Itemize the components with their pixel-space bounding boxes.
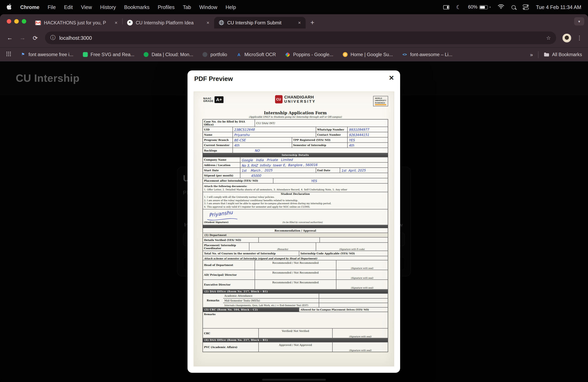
globe-icon [218,19,224,26]
internship-semester-value: 4th [349,143,354,147]
declaration-item: 4. This approval is only valid if I regi… [204,205,387,208]
attach-documents-block: Attach the following documents: 1. Offer… [203,183,388,192]
form-row: CRC Verified/ Not Verified (Signature wi… [203,328,388,338]
bookmark-data-cloud[interactable]: Data | Cloud: Mon... [143,52,193,57]
url-text[interactable]: localhost:3000 [59,35,542,40]
green-square-icon [83,52,88,57]
window-zoom-button[interactable] [22,19,26,24]
student-signature-label: (Student Signature) [204,221,228,224]
new-tab-button[interactable]: + [307,17,318,28]
battery-indicator[interactable]: 60% [468,5,491,10]
end-date-label: End Date [317,169,330,172]
control-center-icon[interactable] [523,5,529,10]
current-semester-value: 4th [234,143,239,147]
spotlight-search-icon[interactable] [512,5,516,9]
menu-view[interactable]: View [81,4,92,10]
browser-toolbar: ← → ⟳ ⓘ localhost:3000 ☆ ⋮ [0,29,588,47]
pdf-preview-modal: PDF Preview ✕ NAAC GRADE A+ CU [188,71,400,373]
back-button[interactable]: ← [4,32,16,44]
tab-cu-intership-active[interactable]: CU Intership Form Submit × [214,17,306,28]
window-close-button[interactable] [7,19,11,24]
bookmark-poppins-google-fonts[interactable]: Poppins - Google... [285,52,333,57]
battery-percent: 60% [468,5,477,10]
bookmark-star-icon[interactable]: ☆ [546,35,551,41]
backlogs-label: Backlogs [204,149,217,152]
signature-seal-hint: (Signature with seal) [349,349,371,351]
site-info-icon[interactable]: ⓘ [50,35,55,41]
coordinator-label: Placement/ Internship Coordinator [204,244,248,250]
backlogs-value: NO [255,149,260,152]
google-fonts-icon [285,52,290,57]
attach-scheme-note: Attach scheme of semester of Internship … [204,257,317,260]
menu-file[interactable]: File [48,4,56,10]
tab-gmail[interactable]: HACKATHONS just for you, P × [31,17,122,28]
window-minimize-button[interactable] [14,19,19,24]
form-row: Internals (Assignments, Quiz, Lab Work, … [223,303,388,307]
forward-button[interactable]: → [17,32,29,44]
menu-tab[interactable]: Tab [183,4,191,10]
menu-history[interactable]: History [100,4,116,10]
browser-menu-kebab-icon[interactable]: ⋮ [575,33,584,43]
contact-value: 9263444151 [349,133,369,137]
orange-circle-icon [342,52,348,57]
modal-close-button[interactable]: ✕ [389,74,394,82]
form-title: Internship Application Form [203,111,388,115]
tab-close-icon[interactable]: × [296,19,303,26]
stipend-label: Stipend (per month) [204,174,233,177]
start-date-label: Start Date [204,169,219,172]
tab-search-chevron-button[interactable]: ▾ [574,17,584,25]
menu-bookmarks[interactable]: Bookmarks [124,4,150,10]
crc-label: CRC [204,332,210,335]
address-value: No 3, RHZ Infinity tower E, Banglore , 5… [241,163,317,167]
menu-clock[interactable]: Tue 4 Feb 11:34 AM [536,4,581,10]
company-value: Google India Private Limited [241,158,293,162]
bookmark-free-svg[interactable]: Free SVG and Rea... [83,52,134,57]
menu-profiles[interactable]: Profiles [158,4,175,10]
reload-button[interactable]: ⟳ [29,32,41,44]
address-bar[interactable]: ⓘ localhost:3000 ☆ [45,32,556,44]
tab-close-icon[interactable]: × [113,19,119,26]
signature-flourish [206,217,239,222]
bookmarks-separator [538,51,539,58]
gmail-icon [35,19,41,26]
menu-window[interactable]: Window [199,4,217,10]
bookmarks-bar: ⚑ font awesome free i... Free SVG and Re… [0,47,588,61]
address-label: Address / Location [204,163,231,166]
uid-label: UID [204,128,210,131]
whatsapp-value: 9931094977 [349,128,369,132]
total-courses-label: Total No. of Courses in the semester of … [204,252,276,255]
bookmark-font-awesome[interactable]: ⚑ font awesome free i... [20,52,73,57]
form-row: Address / Location No 3, RHZ Infinity to… [203,162,388,167]
tab-title: CU Intership Form Submit [227,20,293,25]
daa-office-2-header: (2) DAA Office (Room No. 217, Block – B1… [203,289,388,293]
screen-mirroring-icon[interactable] [443,5,449,9]
code-brackets-icon: <> [402,52,408,57]
tab-close-icon[interactable]: × [205,19,211,26]
daa-office-4-header: (4) DAA Office (Room No. 217, Block – B1… [203,338,388,342]
bookmark-google-sunburst[interactable]: Home | Google Su... [342,52,393,57]
wifi-icon[interactable] [498,4,504,10]
form-row: UID 23BCS12648 WhatsApp Number 993109497… [203,127,388,132]
menu-edit[interactable]: Edit [64,4,73,10]
internship-semester-label: Semester of Internship [293,144,326,147]
screen: Chrome File Edit View History Bookmarks … [0,0,588,382]
menu-help[interactable]: Help [226,4,236,10]
all-bookmarks-button[interactable]: All Bookmarks [544,52,582,57]
menu-app-name[interactable]: Chrome [20,4,39,10]
bookmark-portfolio[interactable]: portfolio [202,52,227,57]
form-row: Mid-Semester Tests (MSTs) [223,298,388,303]
tab-chatgpt[interactable]: * CU Internship Platform Idea × [123,17,214,28]
bookmarks-overflow-chevron[interactable]: » [530,52,533,57]
bookmark-font-awesome-library[interactable]: <> font-awesome – Li... [402,52,452,57]
tab-title: HACKATHONS just for you, P [44,20,110,25]
profile-avatar[interactable] [562,33,572,42]
bookmark-microsoft-ocr[interactable]: A MicroSoft OCR [236,52,276,57]
form-row: Executive Director Recommended / Not Rec… [203,280,388,289]
form-row: Backlogs NO [203,148,388,153]
page-content: CU Intership U Pl In w PDF Preview ✕ [0,61,588,382]
apps-grid-icon[interactable] [6,51,11,58]
attach-items: 1. Offer Letter, 2. Detailed Marks sheet… [204,188,347,191]
do-not-disturb-moon-icon[interactable]: ☾ [456,4,461,10]
apple-icon[interactable] [7,4,12,11]
form-row: Company Name Google India Private Limite… [203,157,388,162]
